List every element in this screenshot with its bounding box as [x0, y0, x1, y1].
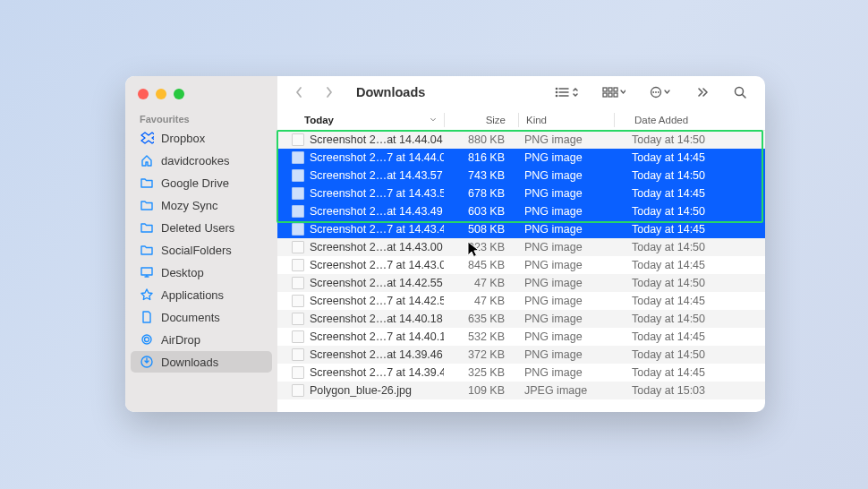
sidebar-item-documents[interactable]: Documents [131, 306, 272, 328]
file-size: 325 KB [444, 366, 517, 379]
sidebar-item-applications[interactable]: Applications [131, 284, 272, 305]
search-button[interactable] [726, 85, 754, 99]
file-icon [292, 205, 304, 218]
file-row[interactable]: Screenshot 2…7 at 14.43.00845 KBPNG imag… [277, 256, 765, 274]
file-size: 532 KB [444, 330, 517, 343]
sidebar-item-label: Deleted Users [161, 221, 234, 235]
file-row[interactable]: Screenshot 2…7 at 14.44.04816 KBPNG imag… [277, 149, 765, 167]
file-date: Today at 14:50 [612, 133, 765, 146]
file-kind: JPEG image [517, 384, 612, 397]
file-row[interactable]: Screenshot 2…at 14.43.57 2743 KBPNG imag… [277, 167, 765, 184]
group-icon [602, 85, 625, 99]
file-icon [292, 151, 304, 164]
sidebar-item-label: AirDrop [161, 333, 200, 347]
file-name: Screenshot 2…at 14.43.00 2 [310, 241, 444, 253]
file-name: Screenshot 2…7 at 14.40.18 [310, 330, 444, 343]
file-row[interactable]: Screenshot 2…7 at 14.43.49508 KBPNG imag… [277, 220, 765, 238]
file-name: Screenshot 2…at 14.39.46 2 [310, 348, 444, 361]
column-date-label: Date Added [634, 115, 688, 125]
sidebar-item-deleted-users[interactable]: Deleted Users [131, 217, 272, 238]
action-button[interactable] [642, 85, 679, 99]
applications-icon [140, 287, 154, 302]
minimize-window-button[interactable] [156, 89, 166, 99]
file-icon [292, 366, 304, 379]
window-controls [125, 76, 277, 108]
svg-rect-9 [603, 93, 607, 97]
home-icon [140, 153, 154, 167]
file-date: Today at 14:45 [612, 295, 765, 307]
sidebar-item-dropbox[interactable]: Dropbox [131, 127, 272, 149]
file-kind: PNG image [517, 330, 612, 343]
file-size: 845 KB [444, 259, 517, 271]
fullscreen-window-button[interactable] [174, 89, 184, 99]
svg-point-13 [652, 91, 654, 93]
file-kind: PNG image [517, 241, 612, 253]
column-size[interactable]: Size [445, 110, 518, 130]
file-name-cell: Screenshot 2…at 14.43.00 2 [277, 241, 444, 253]
documents-icon [140, 310, 154, 324]
svg-point-14 [655, 91, 657, 93]
sidebar-item-davidcrookes[interactable]: davidcrookes [131, 150, 272, 171]
file-row[interactable]: Screenshot 2…7 at 14.42.5547 KBPNG image… [277, 292, 765, 310]
column-name[interactable]: Today [277, 110, 444, 130]
view-list-button[interactable] [547, 85, 586, 99]
file-size: 372 KB [444, 348, 517, 361]
chevron-left-icon [292, 85, 306, 99]
column-kind-label: Kind [526, 115, 547, 125]
column-date[interactable]: Date Added [615, 110, 765, 130]
file-size: 678 KB [444, 187, 517, 200]
file-kind: PNG image [517, 187, 612, 200]
sidebar-item-label: Downloads [161, 356, 218, 369]
file-name-cell: Screenshot 2…7 at 14.43.49 [277, 223, 444, 236]
file-date: Today at 14:50 [612, 277, 765, 289]
file-row[interactable]: Screenshot 2…7 at 14.40.18532 KBPNG imag… [277, 328, 765, 346]
file-list[interactable]: Screenshot 2…at 14.44.04 2880 KBPNG imag… [277, 131, 765, 412]
file-date: Today at 14:50 [612, 169, 765, 182]
file-size: 47 KB [444, 277, 517, 289]
sidebar-item-desktop[interactable]: Desktop [131, 262, 272, 283]
sidebar-item-google-drive[interactable]: Google Drive [131, 172, 272, 193]
sidebar-item-label: Dropbox [161, 132, 205, 145]
file-name-cell: Screenshot 2…at 14.44.04 2 [277, 133, 444, 146]
svg-point-0 [556, 88, 557, 89]
file-row[interactable]: Screenshot 2…at 14.44.04 2880 KBPNG imag… [277, 131, 765, 149]
file-kind: PNG image [517, 366, 612, 379]
file-icon [292, 330, 304, 343]
file-row[interactable]: Screenshot 2…at 14.39.46 2372 KBPNG imag… [277, 346, 765, 364]
sidebar-item-label: SocialFolders [161, 244, 232, 257]
file-date: Today at 14:45 [612, 151, 765, 164]
more-button[interactable] [688, 85, 717, 99]
file-date: Today at 14:45 [612, 223, 765, 236]
sidebar-item-socialfolders[interactable]: SocialFolders [131, 239, 272, 261]
sidebar-item-airdrop[interactable]: AirDrop [131, 329, 272, 350]
file-name-cell: Screenshot 2…at 14.39.46 2 [277, 348, 444, 361]
file-kind: PNG image [517, 348, 612, 361]
file-kind: PNG image [517, 295, 612, 307]
forward-button[interactable] [319, 82, 340, 103]
file-date: Today at 15:03 [612, 384, 765, 397]
file-icon [292, 348, 304, 361]
back-button[interactable] [288, 82, 310, 103]
column-kind[interactable]: Kind [519, 110, 614, 130]
file-icon [292, 277, 304, 289]
file-name-cell: Screenshot 2…7 at 14.43.57 [277, 187, 444, 200]
file-row[interactable]: Screenshot 2…at 14.40.18 2635 KBPNG imag… [277, 310, 765, 328]
file-row[interactable]: Screenshot 2…at 14.43.00 2923 KBPNG imag… [277, 238, 765, 256]
file-row[interactable]: Screenshot 2…at 14.42.55 247 KBPNG image… [277, 274, 765, 292]
file-icon [292, 187, 304, 200]
file-date: Today at 14:50 [612, 348, 765, 361]
close-window-button[interactable] [138, 89, 149, 99]
desktop-icon [140, 265, 154, 279]
file-row[interactable]: Polygon_blue-26.jpg109 KBJPEG imageToday… [277, 382, 765, 399]
file-row[interactable]: Screenshot 2…at 14.43.49 2603 KBPNG imag… [277, 202, 765, 220]
sidebar-item-downloads[interactable]: Downloads [131, 351, 272, 373]
file-row[interactable]: Screenshot 2…7 at 14.43.57678 KBPNG imag… [277, 184, 765, 202]
sidebar-item-mozy-sync[interactable]: Mozy Sync [131, 194, 272, 216]
file-name: Screenshot 2…7 at 14.43.49 [310, 223, 444, 236]
svg-rect-10 [608, 93, 612, 97]
file-name: Screenshot 2…7 at 14.44.04 [310, 151, 444, 164]
toolbar: Downloads [277, 76, 765, 110]
group-button[interactable] [595, 85, 633, 99]
column-name-label: Today [304, 115, 334, 125]
file-row[interactable]: Screenshot 2…7 at 14.39.46325 KBPNG imag… [277, 364, 765, 382]
